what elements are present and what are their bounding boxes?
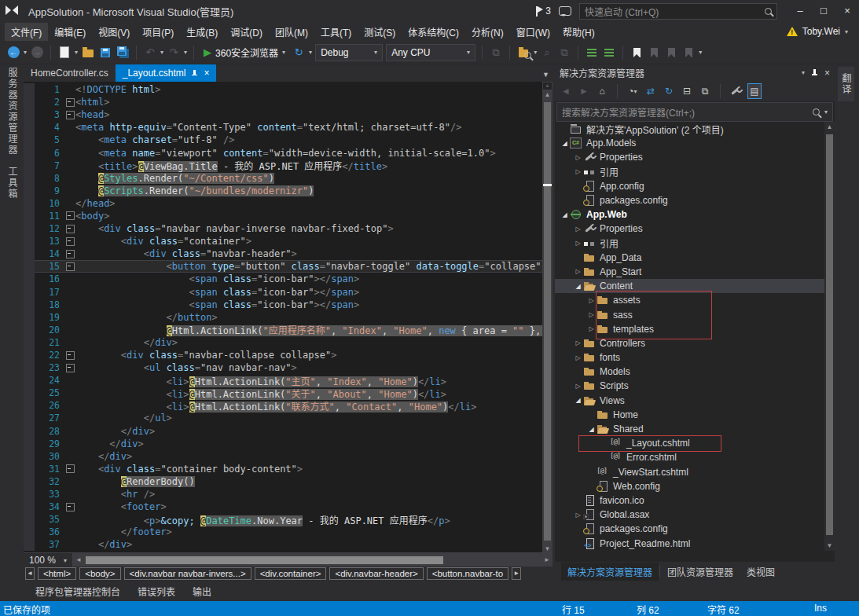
document-tab-1[interactable]: HomeController.cs xyxy=(24,64,116,82)
code-line-13[interactable]: 13 <div class="container"> xyxy=(24,235,542,248)
scroll-right-icon[interactable]: ► xyxy=(541,553,552,567)
breakpoint-margin[interactable] xyxy=(24,374,35,387)
tree-expander-icon[interactable]: ▷ xyxy=(573,383,583,390)
zoom-level-combo[interactable]: 100 % ▾ xyxy=(24,553,73,567)
tree-item-shared[interactable]: ◢Shared xyxy=(555,422,835,436)
code-line-21[interactable]: 21 </div> xyxy=(24,336,542,349)
tree-scroll-up-icon[interactable]: ▲ xyxy=(824,123,835,130)
tree-item-models[interactable]: Models xyxy=(555,365,835,379)
user-account[interactable]: ! Toby.Wei ▾ xyxy=(787,26,859,37)
menu-item-11[interactable]: 分析(N) xyxy=(465,23,510,41)
tree-item-app-config[interactable]: App.config xyxy=(555,179,835,193)
code-line-16[interactable]: 16 <span class="icon-bar"></span> xyxy=(24,273,542,285)
tree-expander-icon[interactable]: ▷ xyxy=(586,311,597,318)
fold-collapse-icon[interactable] xyxy=(66,464,75,473)
open-file-icon[interactable] xyxy=(81,45,95,60)
tree-item-_layout-cshtml[interactable]: _Layout.cshtml xyxy=(555,436,835,450)
tree-item-app-models[interactable]: ◢App.Models xyxy=(555,136,835,150)
breadcrumb-item-5[interactable]: <div.navbar-header> xyxy=(329,567,423,580)
clear-bookmarks-icon[interactable] xyxy=(681,45,696,60)
se-back-icon[interactable]: ◄ xyxy=(560,84,572,98)
code-line-2[interactable]: 2<html> xyxy=(24,96,542,108)
editor-vertical-scrollbar[interactable]: ÷ ▲ ▼ xyxy=(542,82,552,552)
indent-icon[interactable] xyxy=(585,45,599,60)
start-debug-button[interactable]: ▶ 360安全浏览器 ▾ xyxy=(200,46,288,59)
breakpoint-margin[interactable] xyxy=(24,108,35,121)
code-line-12[interactable]: 12 <div class="navbar navbar-inverse nav… xyxy=(24,222,542,235)
breakpoint-margin[interactable] xyxy=(24,248,35,260)
breakpoint-margin[interactable] xyxy=(24,197,35,210)
tree-expander-icon[interactable]: ▷ xyxy=(573,354,583,361)
new-file-caret[interactable]: ▾ xyxy=(75,49,78,56)
code-line-8[interactable]: 8 @Styles.Render("~/Content/css") xyxy=(24,172,542,185)
breakpoint-margin[interactable] xyxy=(24,210,35,222)
menu-item-6[interactable]: 调试(D) xyxy=(224,23,269,41)
prev-bookmark-icon[interactable] xyxy=(647,45,661,60)
refresh-caret[interactable]: ▾ xyxy=(309,49,312,56)
breakpoint-margin[interactable] xyxy=(24,134,35,146)
tree-item-error-cshtml[interactable]: Error.cshtml xyxy=(555,450,835,464)
refresh-tree-icon[interactable]: ↻ xyxy=(663,84,675,98)
maximize-button[interactable]: □ xyxy=(812,2,835,20)
breakpoint-margin[interactable] xyxy=(24,412,35,424)
document-list-caret-icon[interactable]: ▼ xyxy=(542,71,552,82)
fold-collapse-icon[interactable] xyxy=(66,351,75,360)
code-line-28[interactable]: 28 </div> xyxy=(24,425,542,438)
fold-collapse-icon[interactable] xyxy=(66,262,75,271)
switch-views-icon[interactable]: ⇄ xyxy=(644,84,657,98)
tree-item-_viewstart-cshtml[interactable]: _ViewStart.cshtml xyxy=(555,465,835,479)
editor-horizontal-scrollbar[interactable]: ◄ ► xyxy=(73,553,552,567)
redo-icon[interactable]: ↷ xyxy=(167,45,181,60)
code-editor[interactable]: 1<!DOCTYPE html>2<html>3<head>4<meta htt… xyxy=(24,82,542,552)
tree-expander-icon[interactable]: ▷ xyxy=(573,512,583,519)
tree-item-引用[interactable]: ▷引用 xyxy=(555,236,835,251)
tree-scroll-thumb[interactable] xyxy=(826,134,833,535)
breakpoint-margin[interactable] xyxy=(24,425,35,438)
tree-item-favicon-ico[interactable]: favicon.ico xyxy=(555,493,835,508)
tree-scrollbar[interactable]: ▲ ▼ xyxy=(824,122,835,551)
undo-icon[interactable]: ↶ xyxy=(143,45,157,60)
tree-expander-icon[interactable]: ◢ xyxy=(573,397,583,404)
solution-config-combo[interactable]: Debug▾ xyxy=(315,44,383,61)
tree-item-app_data[interactable]: App_Data xyxy=(555,251,835,265)
code-line-31[interactable]: 31 <div class="container body-content"> xyxy=(24,463,542,475)
tree-item-sass[interactable]: ▷sass xyxy=(555,307,835,321)
breakpoint-margin[interactable] xyxy=(24,399,35,412)
code-line-30[interactable]: 30 </div> xyxy=(24,450,542,463)
breakpoint-margin[interactable] xyxy=(24,324,35,336)
breadcrumb-item-3[interactable]: <div.navbar navbar-invers...> xyxy=(124,567,251,580)
fold-collapse-icon[interactable] xyxy=(66,98,75,107)
solution-platform-combo[interactable]: Any CPU▾ xyxy=(386,44,475,61)
breadcrumb-right-icon[interactable]: ► xyxy=(512,567,521,580)
bottom-tab-1[interactable]: 程序包管理器控制台 xyxy=(35,585,120,598)
bottom-tab-2[interactable]: 错误列表 xyxy=(138,585,175,598)
tab-translate[interactable]: 翻译 xyxy=(838,67,854,101)
tree-expander-icon[interactable]: ◢ xyxy=(586,426,597,433)
panel-tab-1[interactable]: 解决方案资源管理器 xyxy=(561,563,659,581)
breadcrumb-left-icon[interactable]: ◄ xyxy=(25,567,35,580)
code-line-34[interactable]: 34 <footer> xyxy=(24,500,542,513)
tree-item-引用[interactable]: ▷引用 xyxy=(555,165,835,179)
code-line-24[interactable]: 24 <li>@Html.ActionLink("主页", "Index", "… xyxy=(24,374,542,387)
find-in-files-icon[interactable] xyxy=(516,45,530,60)
notifications-flag-icon[interactable]: 3 xyxy=(535,6,551,16)
solution-search-input[interactable]: 搜索解决方案资源管理器(Ctrl+;) ▾ xyxy=(556,102,833,122)
code-line-6[interactable]: 6 <meta name="viewport" content="width=d… xyxy=(24,146,542,159)
tree-item-app_start[interactable]: ▷App_Start xyxy=(555,265,835,279)
breakpoint-margin[interactable] xyxy=(24,222,35,235)
tree-expander-icon[interactable]: ▷ xyxy=(573,339,583,346)
breakpoint-margin[interactable] xyxy=(24,273,35,285)
collapse-all-icon[interactable]: ⊟ xyxy=(681,84,693,98)
breakpoint-margin[interactable] xyxy=(24,500,35,513)
scroll-down-icon[interactable]: ▼ xyxy=(542,545,552,552)
breakpoint-margin[interactable] xyxy=(24,235,35,248)
fold-collapse-icon[interactable] xyxy=(66,225,75,233)
toolbar-overflow-caret[interactable]: ▾ xyxy=(699,49,702,56)
breakpoint-margin[interactable] xyxy=(24,260,35,273)
breakpoint-margin[interactable] xyxy=(24,513,35,526)
tree-item-app-web[interactable]: ◢App.Web xyxy=(555,207,835,222)
home-icon[interactable]: ⌂ xyxy=(596,84,608,98)
tab-close-icon[interactable]: × xyxy=(204,68,209,79)
split-editor-handle[interactable]: ÷ xyxy=(542,82,552,90)
breakpoint-margin[interactable] xyxy=(24,349,35,361)
